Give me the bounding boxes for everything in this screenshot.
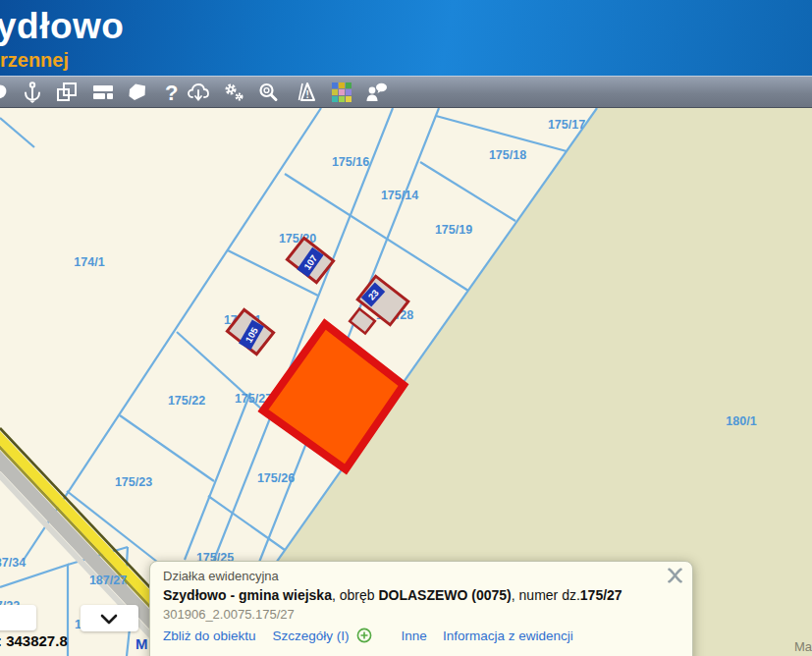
zoom-to-object-link[interactable]: Zbliż do obiektu [163, 629, 256, 643]
layout-panels-icon[interactable] [91, 81, 115, 104]
parcel-label: 174/1 [74, 255, 104, 269]
overlapping-windows-icon[interactable] [55, 81, 79, 104]
portal-header: ydłowo rzennej [0, 0, 812, 76]
svg-text:?: ? [165, 81, 178, 104]
collapse-panel-button[interactable] [81, 605, 138, 631]
parcel-label: 187/34 [0, 556, 26, 570]
parcel-label: 180/1 [726, 414, 756, 428]
close-icon[interactable] [667, 568, 683, 583]
svg-text:!: ! [306, 89, 309, 100]
parcel-label: 175/23 [115, 475, 152, 489]
partial-tool-icon[interactable] [0, 81, 17, 104]
parcel-info-popup: Działka ewidencyjna Szydłowo - gmina wie… [149, 561, 693, 656]
settings-icon[interactable] [222, 81, 245, 104]
parcel-description: Szydłowo - gmina wiejska, obręb DOLASZEW… [163, 587, 680, 603]
map-attribution-fragment: Ma [794, 639, 812, 654]
parcel-label: 175/26 [257, 471, 295, 485]
anchor-icon[interactable] [21, 81, 44, 104]
municipality-name: Szydłowo - gmina wiejska [163, 587, 332, 603]
chevron-down-icon [81, 605, 138, 631]
cloud-download-icon[interactable] [187, 81, 210, 104]
portal-title: ydłowo [0, 6, 124, 47]
popup-actions: Zbliż do obiektu Szczegóły (I) Inne Info… [163, 628, 680, 643]
details-link[interactable]: Szczegóły (I) [273, 629, 350, 643]
parcel-label: 175/18 [489, 148, 526, 162]
other-link[interactable]: Inne [402, 629, 427, 643]
map-toolbar: ? ! [0, 76, 812, 108]
area-select-icon[interactable] [126, 81, 149, 104]
popup-title: Działka ewidencyjna [163, 569, 680, 583]
user-feedback-icon[interactable] [364, 81, 388, 104]
app-window: ydłowo rzennej ? [0, 0, 812, 656]
parcel-label: 175/16 [332, 155, 369, 169]
panel-edge-chip [0, 605, 36, 630]
obreb-name: DOLASZEWO (0075) [378, 587, 511, 603]
coordinate-readout: : 343827.8 [0, 632, 68, 649]
parcel-label: 187/27 [89, 574, 127, 587]
add-plus-icon[interactable] [356, 628, 372, 643]
registry-info-link[interactable]: Informacja z ewidencji [443, 629, 573, 643]
help-icon[interactable]: ? [158, 81, 182, 104]
parcel-label: 175/14 [381, 189, 418, 202]
parcel-label: 175/17 [548, 118, 585, 132]
legend-palette-icon[interactable] [330, 81, 353, 104]
parcel-id: 301906_2.0075.175/27 [163, 607, 680, 622]
portal-subtitle: rzennej [0, 49, 69, 72]
zoom-search-icon[interactable] [256, 81, 280, 104]
parcel-label: 175/22 [168, 394, 205, 408]
map-street-letter: M [135, 635, 148, 652]
parcel-label: 175/19 [435, 223, 472, 237]
parcel-number: 175/27 [580, 587, 623, 603]
warnings-icon[interactable]: ! [295, 81, 318, 104]
